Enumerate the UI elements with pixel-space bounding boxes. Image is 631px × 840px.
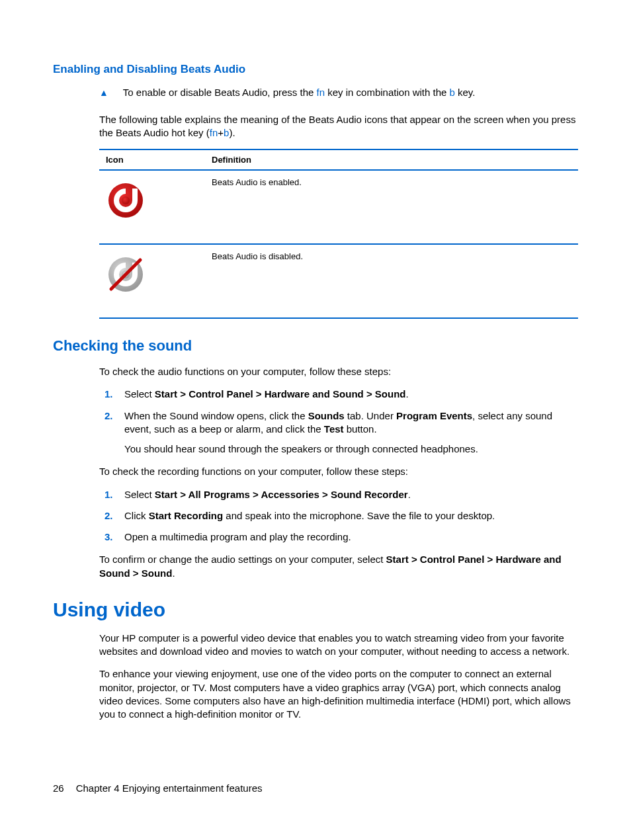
col-icon: Icon [99, 149, 205, 170]
fn-key: fn [317, 87, 325, 98]
chapter-label: Chapter 4 Enjoying entertainment feature… [76, 782, 263, 794]
text: . [408, 489, 411, 500]
list-item: Select Start > Control Panel > Hardware … [124, 388, 578, 401]
instruction-row: ▲ To enable or disable Beats Audio, pres… [99, 87, 578, 100]
text: button. [344, 423, 377, 435]
beats-disabled-icon [106, 255, 146, 294]
path-bold: Start > All Programs > Accessories > Sou… [155, 489, 408, 500]
step2-sub: You should hear sound through the speake… [124, 442, 578, 456]
confirm-settings: To confirm or change the audio settings … [99, 553, 578, 580]
instruction-text: To enable or disable Beats Audio, press … [123, 87, 476, 98]
video-para2: To enhance your viewing enjoyment, use o… [99, 667, 578, 721]
text: Click [124, 510, 149, 521]
audio-steps: Select Start > Control Panel > Hardware … [53, 388, 578, 456]
text: Select [124, 388, 155, 399]
col-definition: Definition [205, 149, 578, 170]
list-item: Select Start > All Programs > Accessorie… [124, 488, 578, 501]
def-enabled: Beats Audio is enabled. [205, 170, 578, 244]
text: The following table explains the meaning… [99, 114, 575, 138]
text: and speak into the microphone. Save the … [223, 510, 495, 521]
table-intro: The following table explains the meaning… [99, 113, 578, 140]
svg-point-1 [122, 196, 130, 204]
path-bold: Start > Control Panel > Hardware and Sou… [155, 388, 406, 399]
text: key in combination with the [325, 87, 449, 98]
heading-using-video: Using video [53, 599, 578, 621]
text: When the Sound window opens, click the [124, 410, 308, 421]
text: Select [124, 489, 155, 500]
b-key: b [450, 87, 455, 98]
page-footer: 26Chapter 4 Enjoying entertainment featu… [53, 782, 263, 794]
text: . [172, 567, 175, 579]
text: ). [229, 127, 235, 138]
list-item: Open a multimedia program and play the r… [124, 530, 578, 544]
def-disabled: Beats Audio is disabled. [205, 244, 578, 318]
text: To enable or disable Beats Audio, press … [123, 87, 317, 98]
recording-steps: Select Start > All Programs > Accessorie… [53, 488, 578, 544]
video-para1: Your HP computer is a powerful video dev… [99, 632, 578, 659]
check-audio-intro: To check the audio functions on your com… [99, 365, 578, 378]
heading-checking-sound: Checking the sound [53, 337, 578, 355]
check-recording-intro: To check the recording functions on your… [99, 465, 578, 478]
start-recording-bold: Start Recording [149, 510, 224, 521]
beats-enabled-icon [106, 181, 146, 220]
table-row: Beats Audio is enabled. [99, 170, 578, 244]
text: . [406, 388, 409, 399]
list-item: When the Sound window opens, click the S… [124, 409, 578, 456]
program-events-bold: Program Events [396, 410, 472, 421]
table-row: Beats Audio is disabled. [99, 244, 578, 318]
sounds-tab-bold: Sounds [308, 410, 345, 421]
page-number: 26 [53, 782, 64, 794]
heading-enabling-beats: Enabling and Disabling Beats Audio [53, 63, 578, 76]
text: key. [455, 87, 476, 98]
triangle-icon: ▲ [99, 87, 108, 100]
list-item: Click Start Recording and speak into the… [124, 509, 578, 523]
text: + [218, 127, 224, 138]
text: tab. Under [345, 410, 396, 421]
test-bold: Test [324, 423, 344, 435]
fn-key: fn [210, 127, 218, 138]
icon-definition-table: Icon Definition [99, 149, 578, 319]
text: To confirm or change the audio settings … [99, 554, 386, 565]
